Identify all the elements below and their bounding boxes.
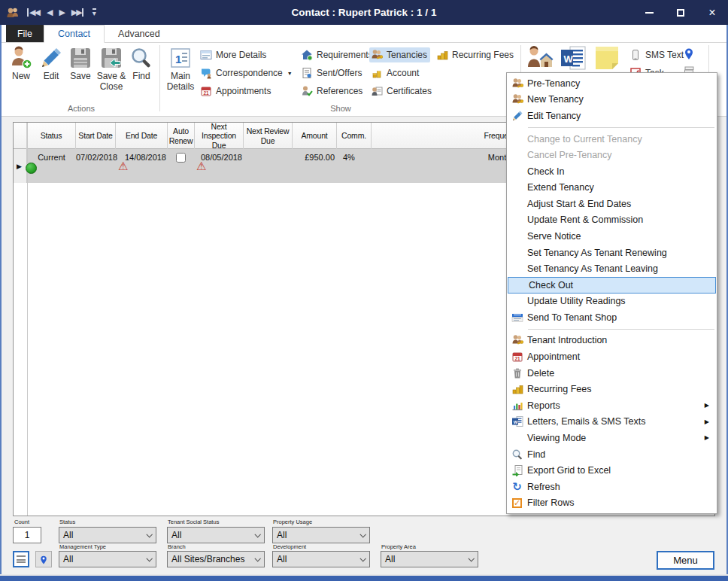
menu-button[interactable]: Menu xyxy=(657,551,714,570)
quick-access-more-icon[interactable]: ▾ xyxy=(93,8,96,17)
menu-item-find[interactable]: Find xyxy=(507,446,717,463)
person-house-icon xyxy=(526,45,554,71)
sent-offers-label: Sent/Offers xyxy=(317,68,362,78)
find-label: Find xyxy=(132,71,150,82)
menu-item-set-tenancy-leaving[interactable]: Set Tenancy As Tenant Leaving xyxy=(507,260,717,277)
close-button[interactable]: × xyxy=(696,0,728,25)
coins-icon xyxy=(511,383,523,395)
menu-item-pre-tenancy[interactable]: Pre-Tenancy xyxy=(507,75,717,92)
menu-item-adjust-start-end-dates[interactable]: Adjust Start & End Dates xyxy=(507,196,717,212)
sms-text-button[interactable]: SMS Text xyxy=(628,47,687,62)
menu-item-tenant-introduction[interactable]: Tenant Introduction xyxy=(507,333,717,349)
column-header-amount[interactable]: Amount xyxy=(293,123,337,149)
menu-item-viewing-mode[interactable]: Viewing Mode ▶ xyxy=(507,430,717,446)
ribbon-requirements[interactable]: Requirements xyxy=(299,47,376,62)
new-label: New xyxy=(12,71,30,82)
menu-item-letters-emails-sms[interactable]: W Letters, Emails & SMS Texts ▶ xyxy=(507,414,717,430)
chevron-down-icon xyxy=(146,531,152,537)
new-contact-icon xyxy=(9,46,33,70)
count-input[interactable] xyxy=(13,527,41,543)
menu-item-recurring-fees[interactable]: Recurring Fees xyxy=(507,381,717,397)
ribbon-sent-offers[interactable]: Sent/Offers xyxy=(299,65,365,81)
quick-access-toolbar: ◀◀ ◀ ▶ ▶▶ ▾ xyxy=(0,7,96,19)
save-button[interactable]: Save xyxy=(66,46,95,82)
menu-item-serve-notice[interactable]: Serve Notice xyxy=(507,228,717,245)
ribbon-tenancies[interactable]: Tenancies xyxy=(369,47,430,62)
tab-contact[interactable]: Contact xyxy=(44,25,105,43)
management-type-value: All xyxy=(63,554,73,564)
branch-dropdown[interactable]: All Sites/Branches xyxy=(167,551,265,567)
list-view-button[interactable] xyxy=(13,551,29,567)
tab-file[interactable]: File xyxy=(6,25,44,42)
menu-item-send-to-tenant-shop[interactable]: Send To Tenant Shop xyxy=(507,309,717,326)
sent-offers-icon xyxy=(301,67,313,79)
auto-renew-checkbox[interactable] xyxy=(176,153,186,163)
main-details-button[interactable]: 1 Main Details xyxy=(164,46,197,93)
menu-item-set-tenancy-renewing[interactable]: Set Tenancy As Tenant Renewing xyxy=(507,245,717,261)
maximize-button[interactable] xyxy=(665,0,696,25)
menu-item-appointment[interactable]: 21 Appointment xyxy=(507,348,717,365)
column-header-auto-renew[interactable]: Auto Renew xyxy=(168,123,195,149)
menu-item-filter-rows[interactable]: ✓ Filter Rows xyxy=(507,494,717,511)
chevron-down-icon xyxy=(359,555,366,561)
menu-item-check-in[interactable]: Check In xyxy=(507,163,717,180)
column-header-next-inspection-due[interactable]: Next Inspection Due xyxy=(195,123,244,149)
property-area-dropdown[interactable]: All xyxy=(381,551,478,567)
ribbon-more-details[interactable]: More Details xyxy=(199,47,269,62)
submenu-arrow-icon: ▶ xyxy=(705,418,709,425)
edit-button[interactable]: Edit xyxy=(38,46,65,82)
column-header-status[interactable]: Status xyxy=(27,123,76,149)
menu-item-extend-tenancy[interactable]: Extend Tenancy xyxy=(507,179,717,196)
ribbon-recurring-fees[interactable]: Recurring Fees xyxy=(435,47,517,62)
nav-last-button[interactable]: ▶▶ xyxy=(71,8,83,17)
find-icon xyxy=(129,46,153,70)
tenant-key-icon xyxy=(511,334,523,346)
nav-first-button[interactable]: ◀◀ xyxy=(27,8,39,17)
nav-next-button[interactable]: ▶ xyxy=(59,8,63,17)
status-filter-dropdown[interactable]: All xyxy=(59,527,156,543)
menu-item-export-grid-excel[interactable]: Export Grid to Excel xyxy=(507,462,717,479)
menu-item-update-rent-commission[interactable]: Update Rent & Commission xyxy=(507,212,717,229)
word-letter-button[interactable]: W xyxy=(560,45,587,71)
cell-status: Current xyxy=(27,152,76,163)
find-button[interactable]: Find xyxy=(128,46,155,82)
tab-advanced[interactable]: Advanced xyxy=(105,25,174,42)
contacts-icon xyxy=(6,7,20,19)
menu-item-reports[interactable]: Reports ▶ xyxy=(507,397,717,414)
new-button[interactable]: New xyxy=(8,46,35,82)
menu-item-edit-tenancy[interactable]: Edit Tenancy xyxy=(507,108,717,124)
tenant-social-status-dropdown[interactable]: All xyxy=(167,527,265,543)
save-close-button[interactable]: Save & Close xyxy=(93,46,129,93)
contact-property-button[interactable] xyxy=(526,45,554,71)
menu-item-delete[interactable]: Delete xyxy=(507,365,717,382)
correspondence-dropdown-icon[interactable]: ▼ xyxy=(287,71,293,76)
ribbon-correspondence[interactable]: Correspondence ▼ xyxy=(199,65,296,81)
minimize-button[interactable] xyxy=(633,0,665,25)
development-dropdown[interactable]: All xyxy=(272,551,370,567)
more-details-label: More Details xyxy=(216,50,266,60)
note-button[interactable] xyxy=(594,45,620,71)
ribbon-account[interactable]: Account xyxy=(369,65,422,81)
cell-amount: £950.00 xyxy=(293,152,335,163)
appointments-label: Appointments xyxy=(216,86,271,96)
map-view-button[interactable] xyxy=(35,551,52,567)
nav-previous-button[interactable]: ◀ xyxy=(47,8,51,17)
menu-item-refresh[interactable]: ↻ Refresh xyxy=(507,479,717,495)
column-header-comm[interactable]: Comm. xyxy=(337,123,372,149)
column-header-next-review-due[interactable]: Next Review Due xyxy=(244,123,293,149)
window-border-bottom[interactable] xyxy=(0,574,728,581)
ribbon-certificates[interactable]: Certificates xyxy=(369,84,435,99)
column-header-start-date[interactable]: Start Date xyxy=(76,123,116,149)
map-pin-button[interactable] xyxy=(683,47,695,60)
menu-item-update-utility-readings[interactable]: Update Utility Readings xyxy=(507,294,717,310)
menu-item-new-tenancy[interactable]: New Tenancy xyxy=(507,92,717,108)
references-icon xyxy=(301,85,313,97)
menu-item-check-out[interactable]: Check Out xyxy=(508,277,716,294)
column-header-end-date[interactable]: End Date xyxy=(116,123,168,149)
recurring-fees-label: Recurring Fees xyxy=(452,50,514,60)
property-usage-dropdown[interactable]: All xyxy=(272,527,370,543)
management-type-dropdown[interactable]: All xyxy=(59,551,156,567)
ribbon-references[interactable]: References xyxy=(299,84,366,99)
tenancy-context-menu: Pre-Tenancy New Tenancy Edit Tenancy Cha… xyxy=(506,72,717,514)
ribbon-appointments[interactable]: 21 Appointments xyxy=(199,84,274,99)
